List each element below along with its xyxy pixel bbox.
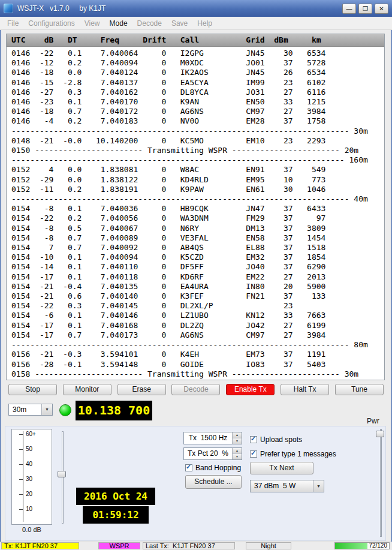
window-title: WSJT-X v1.7.0 by K1JT	[17, 4, 105, 13]
table-row[interactable]: ----------------------------------------…	[11, 155, 384, 165]
meter-tick-mark	[19, 479, 23, 480]
table-row[interactable]: 0158 ----------------------- Transmittin…	[11, 369, 384, 379]
menu-help[interactable]: Help	[192, 17, 217, 29]
tx-progress-text: 72/120	[369, 543, 387, 549]
status-tx-message: Tx: K1JT FN20 37	[1, 542, 79, 549]
table-row[interactable]: ----------------------------------------…	[11, 127, 384, 136]
table-row[interactable]: 0154 -17 0.1 7.040118 0 KD6RF EM22 27 20…	[11, 272, 384, 282]
table-row[interactable]: 0154 -22 0.2 7.040056 0 WA3DNM FM29 37 9…	[11, 214, 384, 223]
meter-tick-mark	[19, 449, 23, 450]
prefer-type1-checkbox[interactable]: ✓ Prefer type 1 messages	[250, 450, 336, 458]
table-row[interactable]: 0154 -21 -0.4 7.040135 0 EA4URA IN80 20 …	[11, 282, 384, 291]
menu-mode[interactable]: Mode	[105, 17, 132, 29]
close-icon[interactable]: ✕	[375, 4, 388, 14]
tx-pct-spinner[interactable]: Tx Pct 20 % ▲ ▼	[183, 447, 242, 460]
table-row[interactable]: 0152 4 0.0 1.838081 0 W8AC EN91 37 549	[11, 165, 384, 175]
table-row[interactable]: 0146 -15 -2.8 7.040137 0 EA5CYA IM99 23 …	[11, 78, 384, 88]
meter-tick-label: 50	[26, 446, 32, 452]
minimize-icon[interactable]: —	[342, 4, 356, 14]
meter-tick-label: 20	[26, 491, 32, 497]
table-row[interactable]: 0154 -17 0.1 7.040168 0 DL2ZQ JO42 27 61…	[11, 321, 384, 330]
table-row[interactable]: 0154 -22 0.3 7.040145 0 DL2XL/P 23	[11, 301, 384, 311]
time-display: 01:59:12	[83, 506, 149, 524]
band-hopping-checkbox[interactable]: ✓ Band Hopping	[185, 464, 241, 472]
table-row[interactable]: 0154 7 0.7 7.040092 0 AB4QS EL88 37 1518	[11, 243, 384, 253]
spin-up-icon[interactable]: ▲	[233, 448, 242, 454]
rx-gain-slider-handle[interactable]	[58, 471, 66, 477]
halt-tx-button[interactable]: Halt Tx	[281, 384, 329, 395]
menu-file[interactable]: File	[2, 17, 23, 29]
table-row[interactable]: 0146 -22 0.1 7.040064 0 I2GPG JN45 30 65…	[11, 49, 384, 58]
pwr-slider-handle[interactable]	[376, 431, 384, 437]
menu-decode[interactable]: Decode	[132, 17, 167, 29]
schedule-button[interactable]: Schedule ...	[185, 475, 242, 489]
band-select-value: 30m	[9, 404, 41, 415]
checkbox-box: ✓	[250, 450, 257, 458]
table-row[interactable]: 0154 -6 0.1 7.040146 0 LZ1UBO KN12 33 76…	[11, 311, 384, 320]
tx-freq-spinner[interactable]: Tx 1500 Hz ▲ ▼	[183, 432, 242, 444]
tune-button[interactable]: Tune	[335, 384, 384, 395]
prefer-type1-label: Prefer type 1 messages	[260, 450, 336, 458]
decode-table: UTC dB DT Freq Drift Call Grid dBm km 01…	[6, 34, 385, 380]
table-row[interactable]: 0146 -4 0.2 7.040183 0 NV0O EM28 37 1758	[11, 116, 384, 126]
meter-tick-mark	[19, 509, 23, 510]
table-row[interactable]: 0146 -12 0.2 7.040094 0 M0XDC JO01 37 57…	[11, 58, 384, 68]
monitor-button[interactable]: Monitor	[63, 384, 111, 395]
table-row[interactable]: 0148 -21 -0.0 10.140200 0 KC5MO EM10 23 …	[11, 136, 384, 146]
pwr-slider-track[interactable]	[380, 429, 382, 537]
table-row[interactable]: 0146 -23 0.1 7.040170 0 K9AN EN50 33 121…	[11, 97, 384, 107]
spin-up-icon[interactable]: ▲	[233, 432, 242, 438]
tx-next-button[interactable]: Tx Next	[250, 462, 313, 474]
signal-meter: 60+5040302010	[11, 429, 52, 525]
table-row[interactable]: 0156 -21 -0.3 3.594101 0 K4EH EM73 37 11…	[11, 350, 384, 359]
date-display: 2016 Oct 24	[76, 488, 155, 505]
table-row[interactable]: 0146 -27 0.3 7.040162 0 DL8YCA JO31 27 6…	[11, 88, 384, 97]
table-row[interactable]: 0154 -17 0.7 7.040173 0 AG6NS CM97 27 39…	[11, 330, 384, 340]
meter-tick-label: 60+	[26, 431, 36, 437]
erase-button[interactable]: Erase	[117, 384, 166, 395]
status-bar: Tx: K1JT FN20 37 WSPR Last Tx: K1JT FN20…	[0, 542, 392, 550]
tx-progress-fill	[335, 543, 367, 549]
enable-tx-button[interactable]: Enable Tx	[226, 384, 275, 395]
meter-tick-mark	[19, 464, 23, 465]
checkbox-box: ✓	[250, 436, 257, 443]
table-row[interactable]: 0154 -21 0.6 7.040140 0 K3FEF FN21 37 13…	[11, 291, 384, 301]
table-row[interactable]: 0152 -29 0.0 1.838122 0 KD4RLD EM95 10 7…	[11, 175, 384, 185]
table-row[interactable]: ----------------------------------------…	[11, 194, 384, 204]
table-row[interactable]: 0152 -11 0.2 1.838191 0 K9PAW EN61 30 10…	[11, 185, 384, 194]
upload-spots-checkbox[interactable]: ✓ Upload spots	[250, 435, 302, 444]
spinner-arrows: ▲ ▼	[232, 432, 242, 444]
menu-configurations[interactable]: Configurations	[23, 17, 79, 29]
pwr-label: Pwr	[367, 417, 379, 425]
table-row[interactable]: 0154 -8 0.1 7.040036 0 HB9CQK JN47 37 64…	[11, 204, 384, 214]
table-row[interactable]: 0146 -18 0.0 7.040124 0 IK2AOS JN45 26 6…	[11, 68, 384, 77]
status-mode-badge: WSPR	[98, 542, 140, 549]
power-select[interactable]: 37 dBm 5 W ▼	[250, 480, 324, 492]
check-icon: ✓	[251, 449, 256, 457]
spin-down-icon[interactable]: ▼	[233, 438, 242, 444]
table-row[interactable]: 0146 -18 0.7 7.040172 0 AG6NS CM97 27 39…	[11, 107, 384, 116]
table-row[interactable]: ----------------------------------------…	[11, 340, 384, 350]
tx-freq-value: Tx 1500 Hz	[184, 432, 232, 444]
rx-gain-slider-track[interactable]	[62, 431, 64, 524]
stop-button[interactable]: Stop	[8, 384, 57, 395]
table-row[interactable]: 0154 -10 0.1 7.040094 0 K5CZD EM32 37 18…	[11, 253, 384, 262]
app-icon	[4, 4, 13, 13]
menu-save[interactable]: Save	[167, 17, 192, 29]
table-row[interactable]: 0154 -8 0.5 7.040067 0 N6RY DM13 37 3809	[11, 224, 384, 233]
spin-down-icon[interactable]: ▼	[233, 454, 242, 459]
status-last-tx: Last Tx: K1JT FN20 37	[143, 542, 235, 549]
decode-table-header: UTC dB DT Freq Drift Call Grid dBm km	[7, 34, 384, 47]
band-select[interactable]: 30m ▼	[8, 404, 53, 416]
table-row[interactable]: 0154 -14 0.1 7.040110 0 DF5FF JO40 37 62…	[11, 262, 384, 272]
table-row[interactable]: 0150 ----------------------- Transmittin…	[11, 146, 384, 155]
menu-view[interactable]: View	[80, 17, 105, 29]
table-row[interactable]: 0154 -8 0.7 7.040089 0 VE3FAL EN58 37 14…	[11, 233, 384, 243]
decode-button[interactable]: Decode	[171, 384, 220, 395]
table-row[interactable]: 0156 -28 -0.1 3.594148 0 GOIDE IO83 37 5…	[11, 360, 384, 369]
title-bar[interactable]: WSJT-X v1.7.0 by K1JT — ❐ ✕	[0, 0, 392, 17]
power-select-value: 37 dBm 5 W	[251, 480, 313, 492]
maximize-icon[interactable]: ❐	[358, 4, 372, 14]
meter-tick-mark	[19, 494, 23, 495]
meter-tick-mark	[19, 434, 23, 435]
